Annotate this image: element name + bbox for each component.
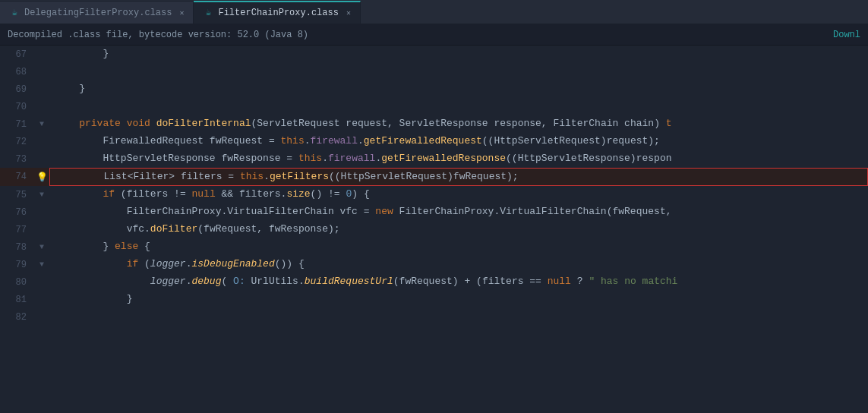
tab-close-2[interactable]: ✕ bbox=[346, 8, 351, 17]
gutter-72 bbox=[34, 133, 49, 150]
fold-icon-75[interactable]: ▼ bbox=[39, 191, 44, 199]
line-content-72: FirewalledRequest fwRequest = this.firew… bbox=[49, 133, 868, 150]
gutter-80 bbox=[34, 273, 49, 291]
gutter-70 bbox=[34, 98, 49, 115]
gutter-77 bbox=[34, 221, 49, 238]
info-bar: Decompiled .class file, bytecode version… bbox=[0, 24, 868, 46]
gutter-71[interactable]: ▼ bbox=[34, 115, 49, 133]
line-content-79: if (logger.isDebugEnabled()) { bbox=[49, 256, 868, 273]
fold-icon-78[interactable]: ▼ bbox=[39, 243, 44, 251]
code-line-77: 77 vfc.doFilter(fwRequest, fwResponse); bbox=[0, 221, 868, 238]
line-content-75: if (filters != null && filters.size() !=… bbox=[49, 186, 868, 203]
gutter-73 bbox=[34, 150, 49, 168]
fold-icon-79[interactable]: ▼ bbox=[39, 260, 44, 269]
bulb-icon-74[interactable]: 💡 bbox=[36, 172, 48, 183]
line-num-73: 73 bbox=[0, 150, 34, 168]
line-content-68 bbox=[49, 63, 868, 80]
code-line-68: 68 bbox=[0, 63, 868, 80]
code-line-81: 81 } bbox=[0, 291, 868, 308]
line-content-82 bbox=[49, 308, 868, 326]
fold-icon-71[interactable]: ▼ bbox=[39, 120, 44, 128]
gutter-81 bbox=[34, 291, 49, 308]
tab-close-1[interactable]: ✕ bbox=[179, 8, 184, 17]
tab-filter-chain-proxy[interactable]: ☕ FilterChainProxy.class ✕ bbox=[194, 1, 360, 24]
gutter-75[interactable]: ▼ bbox=[34, 186, 49, 203]
line-num-75: 75 bbox=[0, 186, 34, 203]
line-content-67: } bbox=[49, 46, 868, 63]
line-num-72: 72 bbox=[0, 133, 34, 150]
line-content-77: vfc.doFilter(fwRequest, fwResponse); bbox=[49, 221, 868, 238]
line-content-80: logger.debug( O: UrlUtils.buildRequestUr… bbox=[49, 273, 868, 291]
line-num-77: 77 bbox=[0, 221, 34, 238]
line-num-74: 74 bbox=[0, 168, 34, 186]
code-line-75: 75 ▼ if (filters != null && filters.size… bbox=[0, 186, 868, 203]
tab-delegating-filter-proxy[interactable]: ☕ DelegatingFilterProxy.class ✕ bbox=[0, 1, 194, 24]
gutter-78[interactable]: ▼ bbox=[34, 238, 49, 256]
tab-label-1: DelegatingFilterProxy.class bbox=[24, 8, 172, 18]
gutter-67 bbox=[34, 46, 49, 63]
line-num-76: 76 bbox=[0, 203, 34, 221]
line-num-67: 67 bbox=[0, 46, 34, 63]
line-num-71: 71 bbox=[0, 115, 34, 133]
code-line-78: 78 ▼ } else { bbox=[0, 238, 868, 256]
download-link[interactable]: Downl bbox=[833, 30, 860, 40]
line-content-76: FilterChainProxy.VirtualFilterChain vfc … bbox=[49, 203, 868, 221]
java-icon-2: ☕ bbox=[203, 8, 213, 18]
code-line-70: 70 bbox=[0, 98, 868, 115]
tab-bar: ☕ DelegatingFilterProxy.class ✕ ☕ Filter… bbox=[0, 0, 868, 24]
line-content-70 bbox=[49, 98, 868, 115]
line-num-80: 80 bbox=[0, 273, 34, 291]
line-content-69: } bbox=[49, 80, 868, 98]
decompiled-info-message: Decompiled .class file, bytecode version… bbox=[8, 30, 308, 40]
gutter-79[interactable]: ▼ bbox=[34, 256, 49, 273]
tab-label-2: FilterChainProxy.class bbox=[218, 8, 338, 18]
line-num-79: 79 bbox=[0, 256, 34, 273]
code-line-71: 71 ▼ private void doFilterInternal(Servl… bbox=[0, 115, 868, 133]
line-content-78: } else { bbox=[49, 238, 868, 256]
gutter-76 bbox=[34, 203, 49, 221]
code-line-72: 72 FirewalledRequest fwRequest = this.fi… bbox=[0, 133, 868, 150]
line-num-82: 82 bbox=[0, 308, 34, 326]
java-icon-1: ☕ bbox=[9, 8, 20, 18]
line-num-81: 81 bbox=[0, 291, 34, 308]
code-line-80: 80 logger.debug( O: UrlUtils.buildReques… bbox=[0, 273, 868, 291]
gutter-74: 💡 bbox=[34, 168, 49, 186]
code-line-67: 67 } bbox=[0, 46, 868, 63]
gutter-82 bbox=[34, 308, 49, 326]
code-line-82: 82 bbox=[0, 308, 868, 326]
line-num-70: 70 bbox=[0, 98, 34, 115]
line-num-78: 78 bbox=[0, 238, 34, 256]
line-num-69: 69 bbox=[0, 80, 34, 98]
gutter-69 bbox=[34, 80, 49, 98]
line-content-73: HttpServletResponse fwResponse = this.fi… bbox=[49, 150, 868, 168]
line-num-68: 68 bbox=[0, 63, 34, 80]
code-line-69: 69 } bbox=[0, 80, 868, 98]
line-content-74: List<Filter> filters = this.getFilters((… bbox=[49, 168, 868, 186]
code-editor: 67 } 68 69 } 70 71 ▼ private void doFilt… bbox=[0, 46, 868, 413]
code-line-74: 74 💡 List<Filter> filters = this.getFilt… bbox=[0, 168, 868, 186]
gutter-68 bbox=[34, 63, 49, 80]
line-content-71: private void doFilterInternal(ServletReq… bbox=[49, 115, 868, 133]
code-line-73: 73 HttpServletResponse fwResponse = this… bbox=[0, 150, 868, 168]
code-line-76: 76 FilterChainProxy.VirtualFilterChain v… bbox=[0, 203, 868, 221]
line-content-81: } bbox=[49, 291, 868, 308]
code-line-79: 79 ▼ if (logger.isDebugEnabled()) { bbox=[0, 256, 868, 273]
